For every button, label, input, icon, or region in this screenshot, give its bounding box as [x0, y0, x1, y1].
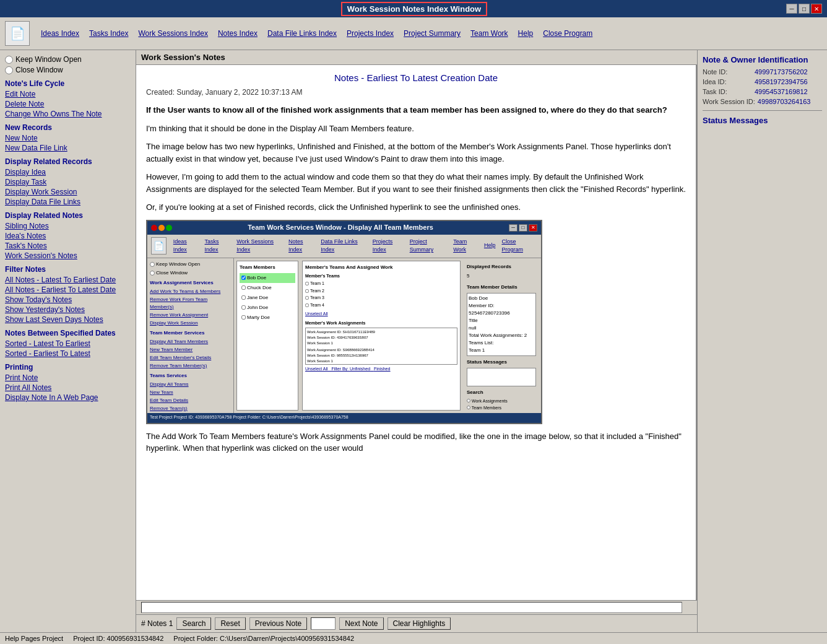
team-member-marty[interactable]: Marty Doe: [240, 313, 295, 323]
prev-note-button[interactable]: Previous Note: [249, 617, 307, 630]
menu-projects-index[interactable]: Projects Index: [342, 27, 399, 40]
embedded-keep-open[interactable]: Keep Window Open: [150, 261, 231, 268]
embedded-menu-tasks[interactable]: Tasks Index: [202, 237, 234, 256]
embedded-link-remove-work[interactable]: Remove Work From Team Member(s): [150, 296, 231, 311]
new-data-file-link[interactable]: New Data File Link: [5, 144, 131, 152]
embedded-close[interactable]: ✕: [529, 224, 537, 232]
status-project: Help Pages Project: [5, 635, 63, 642]
note-paragraph-4: However, I'm going to add them to the ac…: [146, 171, 686, 195]
ideas-notes-link[interactable]: Idea's Notes: [5, 232, 131, 240]
embedded-maximize[interactable]: □: [519, 224, 527, 232]
clear-highlights-button[interactable]: Clear Highlights: [388, 617, 451, 630]
team-member-bob[interactable]: Bob Doe: [240, 273, 295, 283]
embedded-displayed-count: 5: [467, 272, 536, 280]
section-filter-notes: Filter Notes: [5, 265, 131, 274]
embedded-menu-ws[interactable]: Work Sessions Index: [233, 237, 285, 256]
embedded-menu-ps[interactable]: Project Summary: [407, 237, 450, 256]
delete-note-link[interactable]: Delete Note: [5, 100, 131, 108]
edit-note-link[interactable]: Edit Note: [5, 90, 131, 98]
embedded-menu-ideas[interactable]: Ideas Index: [170, 237, 202, 256]
embedded-menu-close[interactable]: Close Program: [498, 237, 537, 256]
embedded-menu-projects[interactable]: Projects Index: [370, 237, 407, 256]
print-all-notes-link[interactable]: Print All Notes: [5, 383, 131, 392]
embedded-window-controls: ─ □ ✕: [509, 224, 537, 232]
embedded-link-display-ws[interactable]: Display Work Session: [150, 320, 231, 327]
right-panel: Note & Owner Identification Note ID: 499…: [697, 50, 827, 632]
embedded-menu-dfl[interactable]: Data File Links Index: [318, 237, 370, 256]
embedded-link-remove-member[interactable]: Remove Team Member(s): [150, 362, 231, 370]
change-owner-link[interactable]: Change Who Owns The Note: [5, 110, 131, 118]
embedded-link-remove-team[interactable]: Remove Team(s): [150, 405, 231, 412]
team-member-jane[interactable]: Jane Doe: [240, 293, 295, 303]
embedded-team-member-services: Team Member Services: [150, 329, 231, 337]
display-note-web-link[interactable]: Display Note In A Web Page: [5, 393, 131, 402]
show-yesterday-link[interactable]: Show Yesterday's Notes: [5, 305, 131, 314]
search-button[interactable]: Search: [176, 617, 211, 630]
embedded-link-edit-member[interactable]: Edit Team Member's Details: [150, 354, 231, 362]
menu-close-program[interactable]: Close Program: [538, 27, 597, 40]
embedded-menu-notes[interactable]: Notes Index: [285, 237, 318, 256]
display-work-session-link[interactable]: Display Work Session: [5, 188, 131, 196]
reset-button[interactable]: Reset: [215, 617, 245, 630]
tasks-notes-link[interactable]: Task's Notes: [5, 242, 131, 250]
note-id-label: Note ID:: [703, 68, 752, 76]
keep-window-open-option[interactable]: Keep Window Open: [5, 55, 131, 64]
menu-data-file-links[interactable]: Data File Links Index: [262, 27, 342, 40]
print-note-link[interactable]: Print Note: [5, 373, 131, 382]
embedded-link-edit-team[interactable]: Edit Team Details: [150, 397, 231, 404]
menu-work-sessions-index[interactable]: Work Sessions Index: [133, 27, 213, 40]
close-window-option[interactable]: Close Window: [5, 66, 131, 74]
sorted-earliest-link[interactable]: Sorted - Earliest To Latest: [5, 349, 131, 358]
embedded-link-display-all-members[interactable]: Display All Team Members: [150, 338, 231, 346]
embedded-teams-list-label: Teams List:: [469, 339, 534, 347]
menu-help[interactable]: Help: [513, 27, 539, 40]
embedded-link-new-team[interactable]: New Team: [150, 389, 231, 396]
menu-ideas-index[interactable]: Ideas Index: [36, 27, 84, 40]
work-session-notes-link[interactable]: Work Session's Notes: [5, 251, 131, 260]
close-window-radio[interactable]: [5, 66, 13, 74]
embedded-close-window[interactable]: Close Window: [150, 269, 231, 277]
embedded-minimize[interactable]: ─: [509, 224, 517, 232]
embedded-work-assignment-services: Work Assignment Services: [150, 279, 231, 287]
display-task-link[interactable]: Display Task: [5, 178, 131, 186]
note-paragraph-2: I'm thinking that it should be done in t…: [146, 123, 686, 135]
keep-window-radio[interactable]: [5, 56, 13, 64]
menu-project-summary[interactable]: Project Summary: [399, 27, 465, 40]
all-notes-earliest-link[interactable]: All Notes - Earliest To Latest Date: [5, 285, 131, 294]
sibling-notes-link[interactable]: Sibling Notes: [5, 222, 131, 230]
new-note-link[interactable]: New Note: [5, 134, 131, 142]
sorted-latest-link[interactable]: Sorted - Latest To Earliest: [5, 339, 131, 348]
show-last-seven-link[interactable]: Show Last Seven Days Notes: [5, 315, 131, 324]
section-note-lifecycle: Note's Life Cycle: [5, 79, 131, 88]
embedded-link-display-all-teams[interactable]: Display All Teams: [150, 381, 231, 388]
search-input-field[interactable]: [141, 602, 682, 613]
team-member-chuck[interactable]: Chuck Doe: [240, 283, 295, 293]
close-window-button[interactable]: ✕: [811, 4, 822, 14]
next-note-button[interactable]: Next Note: [339, 617, 383, 630]
embedded-menu-tw[interactable]: Team Work: [450, 237, 481, 256]
all-notes-latest-link[interactable]: All Notes - Latest To Earliest Date: [5, 276, 131, 284]
embedded-member-name: Bob Doe: [469, 295, 534, 302]
display-data-file-links-link[interactable]: Display Data File Links: [5, 198, 131, 206]
app-icon: 📄: [5, 21, 30, 46]
embedded-member-title-label: Title: [469, 317, 534, 324]
maximize-button[interactable]: □: [799, 4, 810, 14]
embedded-teams-list-value: Team 1: [469, 347, 534, 354]
note-content[interactable]: Notes - Earliest To Latest Creation Date…: [136, 65, 697, 600]
embedded-link-new-member[interactable]: New Team Member: [150, 346, 231, 354]
status-messages-title: Status Messages: [703, 116, 822, 125]
embedded-link-add-work[interactable]: Add Work To Teams & Members: [150, 288, 231, 295]
note-number-input[interactable]: [311, 617, 336, 630]
display-idea-link[interactable]: Display Idea: [5, 168, 131, 176]
show-today-link[interactable]: Show Today's Notes: [5, 295, 131, 304]
menu-team-work[interactable]: Team Work: [465, 27, 513, 40]
embedded-member-id-label: Member ID: 525467280723396: [469, 302, 534, 317]
team-member-john[interactable]: John Doe: [240, 303, 295, 313]
embedded-link-remove-assignment[interactable]: Remove Work Assignment: [150, 311, 231, 319]
embedded-menu-help[interactable]: Help: [481, 240, 499, 251]
menu-tasks-index[interactable]: Tasks Index: [84, 27, 133, 40]
sidebar: Keep Window Open Close Window Note's Lif…: [0, 50, 136, 632]
note-paragraph-5: Or, if you're looking at a set of Finish…: [146, 201, 686, 214]
minimize-button[interactable]: ─: [786, 4, 797, 14]
menu-notes-index[interactable]: Notes Index: [213, 27, 262, 40]
